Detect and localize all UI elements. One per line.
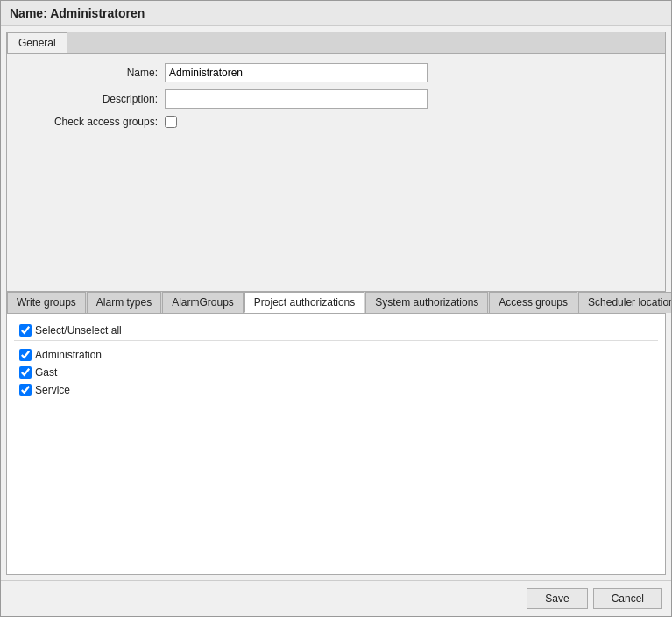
save-button[interactable]: Save (527, 588, 587, 609)
item-administration-label: Administration (35, 349, 102, 361)
list-item: Administration (14, 346, 658, 364)
name-input[interactable] (165, 63, 428, 82)
name-row: Name: (25, 63, 647, 82)
item-service-label: Service (35, 384, 70, 396)
tab-general[interactable]: General (7, 32, 67, 53)
item-administration-checkbox[interactable] (19, 349, 32, 361)
description-input[interactable] (165, 89, 428, 109)
title-bar: Name: Administratoren (1, 1, 671, 26)
tab-project-authorizations[interactable]: Project authorizations (244, 292, 364, 313)
name-label: Name: (25, 67, 165, 79)
tab-scheduler-locations[interactable]: Scheduler locations (578, 292, 671, 313)
select-all-row: Select/Unselect all (14, 321, 658, 341)
item-gast-checkbox[interactable] (19, 366, 32, 379)
general-form: Name: Description: Check access groups: (7, 54, 665, 291)
item-gast-label: Gast (35, 366, 57, 379)
select-all-checkbox[interactable] (19, 324, 32, 337)
description-label: Description: (25, 93, 165, 105)
bottom-tabs-bar: Write groups Alarm types AlarmGroups Pro… (7, 292, 665, 314)
tab-write-groups[interactable]: Write groups (7, 292, 86, 313)
tab-system-authorizations[interactable]: System authorizations (365, 292, 488, 313)
cancel-button[interactable]: Cancel (593, 588, 662, 609)
description-row: Description: (25, 89, 647, 109)
check-access-groups-row: Check access groups: (25, 116, 647, 128)
tab-alarm-groups[interactable]: AlarmGroups (162, 292, 244, 313)
top-tab-panel: General Name: Description: Check access … (6, 32, 666, 292)
window-title: Name: Administratoren (10, 6, 145, 20)
tab-content-project-authorizations: Select/Unselect all Administration Gast … (7, 314, 665, 574)
top-tabs-bar: General (7, 32, 665, 54)
item-service-checkbox[interactable] (19, 384, 32, 396)
list-item: Gast (14, 364, 658, 381)
select-all-label: Select/Unselect all (35, 324, 122, 337)
content-area: General Name: Description: Check access … (1, 26, 671, 580)
list-item: Service (14, 381, 658, 399)
tab-alarm-types[interactable]: Alarm types (87, 292, 161, 313)
tab-access-groups[interactable]: Access groups (489, 292, 577, 313)
main-window: Name: Administratoren General Name: Desc… (0, 0, 672, 617)
check-access-groups-label: Check access groups: (25, 116, 165, 128)
check-access-groups-checkbox[interactable] (165, 116, 177, 128)
footer-buttons: Save Cancel (1, 580, 671, 616)
bottom-tab-panel: Write groups Alarm types AlarmGroups Pro… (6, 292, 666, 575)
